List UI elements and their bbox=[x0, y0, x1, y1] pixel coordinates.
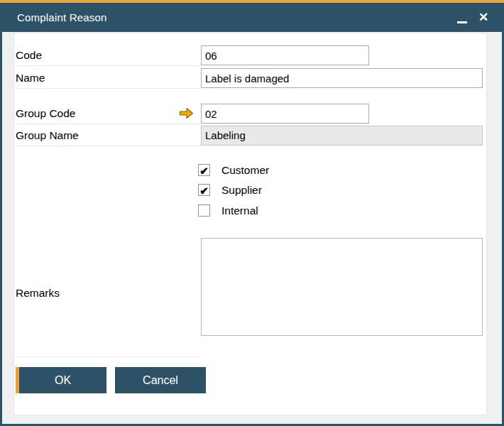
minimize-icon bbox=[457, 21, 467, 23]
supplier-checkbox-row: ✔ Supplier bbox=[198, 183, 262, 197]
close-button[interactable]: ✕ bbox=[473, 7, 494, 28]
remarks-label: Remarks bbox=[16, 283, 60, 303]
link-arrow-icon[interactable] bbox=[179, 107, 194, 119]
internal-checkbox-row: ✔ Internal bbox=[198, 204, 258, 217]
title-bar[interactable]: Complaint Reason ✕ bbox=[0, 3, 504, 32]
customer-checkbox-row: ✔ Customer bbox=[198, 163, 269, 177]
supplier-checkbox-label: Supplier bbox=[221, 184, 262, 197]
group-name-readonly-field: Labeling bbox=[201, 126, 483, 146]
customer-checkbox[interactable]: ✔ bbox=[198, 164, 210, 176]
minimize-button[interactable] bbox=[451, 7, 473, 28]
remarks-row-divider bbox=[16, 356, 199, 357]
ok-button[interactable]: OK bbox=[16, 367, 106, 393]
group-name-label-column: Group Name bbox=[16, 126, 201, 146]
code-input[interactable] bbox=[201, 45, 369, 65]
name-label-column: Name bbox=[16, 68, 201, 89]
group-code-input[interactable] bbox=[201, 104, 369, 124]
name-row: Name bbox=[16, 68, 483, 88]
code-label-column: Code bbox=[16, 45, 201, 66]
checkmark-icon: ✔ bbox=[199, 185, 209, 197]
customer-checkbox-label: Customer bbox=[221, 164, 269, 177]
group-code-row: Group Code bbox=[16, 104, 483, 124]
code-label: Code bbox=[16, 45, 42, 65]
checkmark-icon: ✔ bbox=[199, 165, 209, 178]
complaint-reason-dialog: Complaint Reason ✕ Code Name bbox=[0, 0, 504, 426]
group-name-row: Group Name Labeling bbox=[16, 126, 483, 146]
close-icon: ✕ bbox=[478, 11, 488, 23]
supplier-checkbox[interactable]: ✔ bbox=[198, 184, 210, 196]
dialog-body: Code Name Group Code bbox=[0, 32, 504, 426]
window-title: Complaint Reason bbox=[17, 11, 451, 23]
name-input[interactable] bbox=[201, 68, 483, 88]
group-name-label: Group Name bbox=[16, 126, 79, 146]
group-code-label: Group Code bbox=[16, 104, 75, 124]
name-label: Name bbox=[16, 68, 45, 88]
form-panel: Code Name Group Code bbox=[13, 33, 487, 415]
remarks-textarea[interactable] bbox=[201, 238, 483, 336]
group-code-label-column: Group Code bbox=[16, 104, 201, 124]
code-row: Code bbox=[16, 45, 483, 65]
cancel-button[interactable]: Cancel bbox=[115, 367, 206, 393]
internal-checkbox-label: Internal bbox=[221, 204, 258, 217]
internal-checkbox[interactable]: ✔ bbox=[198, 204, 210, 217]
